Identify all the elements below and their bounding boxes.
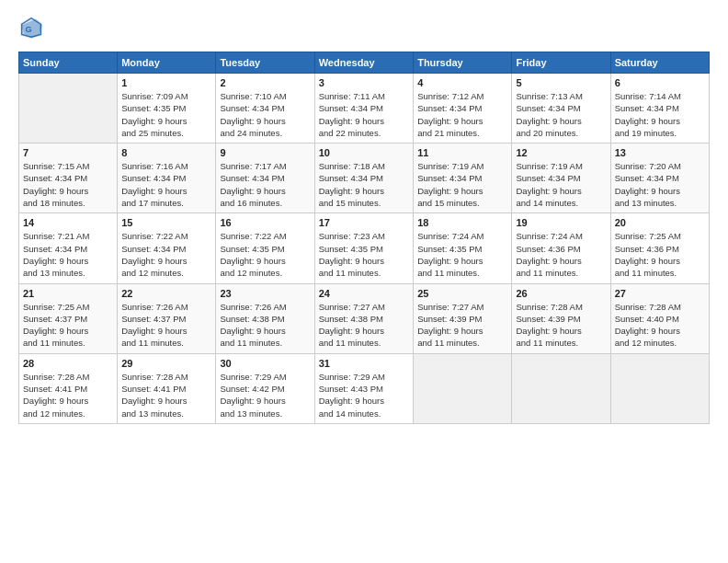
day-cell xyxy=(512,353,610,423)
day-info: Sunrise: 7:28 AMSunset: 4:41 PMDaylight:… xyxy=(121,371,211,419)
calendar-table: SundayMondayTuesdayWednesdayThursdayFrid… xyxy=(18,52,710,424)
day-cell: 14Sunrise: 7:21 AMSunset: 4:34 PMDayligh… xyxy=(19,213,118,283)
page: G SundayMondayTuesdayWednesdayThursdayFr… xyxy=(0,0,728,563)
day-info: Sunrise: 7:26 AMSunset: 4:38 PMDaylight:… xyxy=(220,301,310,350)
day-number: 10 xyxy=(319,147,409,158)
day-info: Sunrise: 7:22 AMSunset: 4:34 PMDaylight:… xyxy=(121,230,211,279)
day-cell: 26Sunrise: 7:28 AMSunset: 4:39 PMDayligh… xyxy=(512,283,610,353)
day-number: 19 xyxy=(516,217,606,228)
header-row: SundayMondayTuesdayWednesdayThursdayFrid… xyxy=(19,52,710,74)
day-number: 1 xyxy=(121,77,211,88)
header-day-saturday: Saturday xyxy=(610,52,709,74)
day-number: 9 xyxy=(220,147,310,158)
day-number: 30 xyxy=(220,358,310,369)
day-info: Sunrise: 7:11 AMSunset: 4:34 PMDaylight:… xyxy=(319,90,409,139)
day-info: Sunrise: 7:14 AMSunset: 4:34 PMDaylight:… xyxy=(615,90,705,139)
day-number: 25 xyxy=(417,288,507,299)
day-info: Sunrise: 7:10 AMSunset: 4:34 PMDaylight:… xyxy=(220,90,310,139)
day-cell: 23Sunrise: 7:26 AMSunset: 4:38 PMDayligh… xyxy=(216,283,314,353)
day-info: Sunrise: 7:12 AMSunset: 4:34 PMDaylight:… xyxy=(417,90,507,139)
day-number: 24 xyxy=(319,288,409,299)
header-day-wednesday: Wednesday xyxy=(314,52,413,74)
day-number: 28 xyxy=(23,358,113,369)
calendar-header: SundayMondayTuesdayWednesdayThursdayFrid… xyxy=(19,52,710,74)
week-row-4: 21Sunrise: 7:25 AMSunset: 4:37 PMDayligh… xyxy=(19,283,710,353)
day-info: Sunrise: 7:29 AMSunset: 4:42 PMDaylight:… xyxy=(220,371,310,419)
header-day-thursday: Thursday xyxy=(414,52,512,74)
day-cell: 2Sunrise: 7:10 AMSunset: 4:34 PMDaylight… xyxy=(216,74,314,144)
day-cell: 12Sunrise: 7:19 AMSunset: 4:34 PMDayligh… xyxy=(512,144,610,213)
day-cell: 30Sunrise: 7:29 AMSunset: 4:42 PMDayligh… xyxy=(216,353,314,423)
day-info: Sunrise: 7:23 AMSunset: 4:35 PMDaylight:… xyxy=(319,230,409,279)
header: G xyxy=(18,15,710,40)
day-number: 2 xyxy=(220,77,310,88)
day-info: Sunrise: 7:17 AMSunset: 4:34 PMDaylight:… xyxy=(220,160,310,209)
day-cell: 22Sunrise: 7:26 AMSunset: 4:37 PMDayligh… xyxy=(118,283,216,353)
day-number: 21 xyxy=(23,288,113,299)
day-cell: 4Sunrise: 7:12 AMSunset: 4:34 PMDaylight… xyxy=(414,74,512,144)
day-cell: 29Sunrise: 7:28 AMSunset: 4:41 PMDayligh… xyxy=(118,353,216,423)
week-row-2: 7Sunrise: 7:15 AMSunset: 4:34 PMDaylight… xyxy=(19,144,710,213)
day-info: Sunrise: 7:15 AMSunset: 4:34 PMDaylight:… xyxy=(23,160,113,209)
day-cell: 21Sunrise: 7:25 AMSunset: 4:37 PMDayligh… xyxy=(19,283,118,353)
day-number: 12 xyxy=(516,147,606,158)
day-info: Sunrise: 7:22 AMSunset: 4:35 PMDaylight:… xyxy=(220,230,310,279)
day-info: Sunrise: 7:24 AMSunset: 4:36 PMDaylight:… xyxy=(516,230,606,279)
day-info: Sunrise: 7:20 AMSunset: 4:34 PMDaylight:… xyxy=(615,160,705,209)
calendar-body: 1Sunrise: 7:09 AMSunset: 4:35 PMDaylight… xyxy=(19,74,710,424)
day-cell: 25Sunrise: 7:27 AMSunset: 4:39 PMDayligh… xyxy=(414,283,512,353)
day-cell: 20Sunrise: 7:25 AMSunset: 4:36 PMDayligh… xyxy=(610,213,709,283)
day-number: 20 xyxy=(615,217,705,228)
day-cell: 31Sunrise: 7:29 AMSunset: 4:43 PMDayligh… xyxy=(314,353,413,423)
day-number: 27 xyxy=(615,288,705,299)
day-number: 23 xyxy=(220,288,310,299)
day-cell: 5Sunrise: 7:13 AMSunset: 4:34 PMDaylight… xyxy=(512,74,610,144)
day-cell: 9Sunrise: 7:17 AMSunset: 4:34 PMDaylight… xyxy=(216,144,314,213)
day-number: 8 xyxy=(121,147,211,158)
day-info: Sunrise: 7:13 AMSunset: 4:34 PMDaylight:… xyxy=(516,90,606,139)
day-number: 15 xyxy=(121,217,211,228)
day-number: 18 xyxy=(417,217,507,228)
day-cell: 8Sunrise: 7:16 AMSunset: 4:34 PMDaylight… xyxy=(118,144,216,213)
day-info: Sunrise: 7:18 AMSunset: 4:34 PMDaylight:… xyxy=(319,160,409,209)
day-number: 6 xyxy=(615,77,705,88)
day-cell: 3Sunrise: 7:11 AMSunset: 4:34 PMDaylight… xyxy=(314,74,413,144)
week-row-5: 28Sunrise: 7:28 AMSunset: 4:41 PMDayligh… xyxy=(19,353,710,423)
day-number: 16 xyxy=(220,217,310,228)
day-number: 5 xyxy=(516,77,606,88)
day-cell: 10Sunrise: 7:18 AMSunset: 4:34 PMDayligh… xyxy=(314,144,413,213)
day-cell xyxy=(414,353,512,423)
day-info: Sunrise: 7:28 AMSunset: 4:39 PMDaylight:… xyxy=(516,301,606,350)
svg-text:G: G xyxy=(25,25,31,34)
day-info: Sunrise: 7:28 AMSunset: 4:41 PMDaylight:… xyxy=(23,371,113,419)
header-day-tuesday: Tuesday xyxy=(216,52,314,74)
logo-icon: G xyxy=(18,15,44,40)
week-row-1: 1Sunrise: 7:09 AMSunset: 4:35 PMDaylight… xyxy=(19,74,710,144)
day-number: 7 xyxy=(23,147,113,158)
day-info: Sunrise: 7:24 AMSunset: 4:35 PMDaylight:… xyxy=(417,230,507,279)
day-number: 13 xyxy=(615,147,705,158)
day-info: Sunrise: 7:25 AMSunset: 4:37 PMDaylight:… xyxy=(23,301,113,350)
day-cell: 18Sunrise: 7:24 AMSunset: 4:35 PMDayligh… xyxy=(414,213,512,283)
day-info: Sunrise: 7:16 AMSunset: 4:34 PMDaylight:… xyxy=(121,160,211,209)
day-cell: 17Sunrise: 7:23 AMSunset: 4:35 PMDayligh… xyxy=(314,213,413,283)
day-number: 31 xyxy=(319,358,409,369)
day-cell: 11Sunrise: 7:19 AMSunset: 4:34 PMDayligh… xyxy=(414,144,512,213)
day-cell: 27Sunrise: 7:28 AMSunset: 4:40 PMDayligh… xyxy=(610,283,709,353)
day-cell xyxy=(19,74,118,144)
day-cell: 13Sunrise: 7:20 AMSunset: 4:34 PMDayligh… xyxy=(610,144,709,213)
header-day-sunday: Sunday xyxy=(19,52,118,74)
day-number: 26 xyxy=(516,288,606,299)
logo: G xyxy=(18,15,48,40)
day-info: Sunrise: 7:25 AMSunset: 4:36 PMDaylight:… xyxy=(615,230,705,279)
day-info: Sunrise: 7:09 AMSunset: 4:35 PMDaylight:… xyxy=(121,90,211,139)
day-number: 4 xyxy=(417,77,507,88)
day-info: Sunrise: 7:27 AMSunset: 4:38 PMDaylight:… xyxy=(319,301,409,350)
day-number: 29 xyxy=(121,358,211,369)
day-number: 14 xyxy=(23,217,113,228)
day-cell: 16Sunrise: 7:22 AMSunset: 4:35 PMDayligh… xyxy=(216,213,314,283)
day-cell: 6Sunrise: 7:14 AMSunset: 4:34 PMDaylight… xyxy=(610,74,709,144)
day-cell: 1Sunrise: 7:09 AMSunset: 4:35 PMDaylight… xyxy=(118,74,216,144)
day-info: Sunrise: 7:19 AMSunset: 4:34 PMDaylight:… xyxy=(417,160,507,209)
day-info: Sunrise: 7:19 AMSunset: 4:34 PMDaylight:… xyxy=(516,160,606,209)
